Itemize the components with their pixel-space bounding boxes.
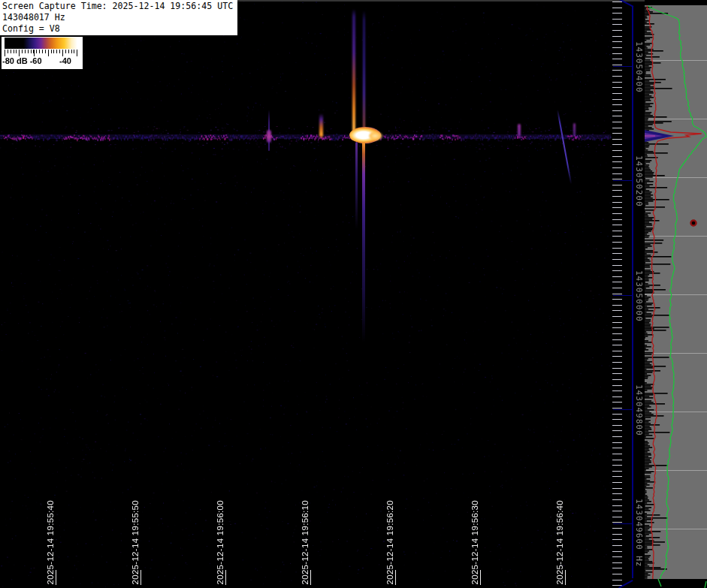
legend-mid: -60 bbox=[30, 56, 42, 65]
frequency-minor-ticks bbox=[612, 2, 622, 586]
spectrogram-waterfall bbox=[0, 0, 645, 588]
legend-min: -80 bbox=[2, 56, 14, 65]
capture-time-text: Screen Capture Time: 2025-12-14 19:56:45… bbox=[2, 1, 235, 12]
legend-label-left: -80 dB -60 bbox=[2, 56, 42, 65]
config-text: Config = V8 bbox=[2, 23, 235, 35]
frequency-major-tick bbox=[613, 409, 633, 410]
legend-unit: dB bbox=[17, 56, 28, 65]
frequency-label: 143050400 bbox=[634, 41, 644, 93]
legend-labels: -80 dB -60 -40 bbox=[2, 56, 83, 68]
color-gradient-bar bbox=[5, 38, 77, 49]
frequency-axis: 1430504001430502001430500001430498001430… bbox=[612, 0, 645, 588]
legend-ruler-major bbox=[5, 50, 78, 56]
frequency-major-tick bbox=[613, 180, 633, 181]
frequency-axis-line bbox=[632, 6, 633, 578]
spectrum-panel bbox=[645, 0, 707, 588]
frequency-major-tick bbox=[613, 523, 633, 524]
frequency-label: 143050200 bbox=[634, 155, 644, 207]
legend-label-right: -40 bbox=[59, 56, 71, 65]
info-box: Screen Capture Time: 2025-12-14 19:56:45… bbox=[0, 0, 237, 35]
frequency-label: 143050000 bbox=[634, 270, 644, 322]
frequency-major-tick bbox=[613, 66, 633, 67]
receiver-frequency-text: 143048017 Hz bbox=[2, 12, 235, 23]
frequency-label: 143049600 Hz bbox=[634, 499, 644, 567]
frequency-major-tick bbox=[613, 295, 633, 296]
color-scale-legend: -80 dB -60 -40 bbox=[2, 37, 83, 69]
screen-capture-window: 2025-12-14 19:55:402025-12-14 19:55:5020… bbox=[0, 0, 707, 588]
frequency-label: 143049800 bbox=[634, 384, 644, 436]
spectrum-panel-plot bbox=[645, 0, 707, 588]
